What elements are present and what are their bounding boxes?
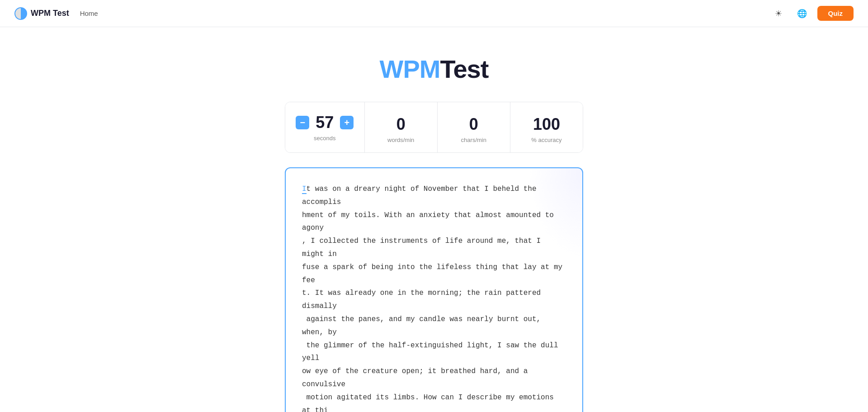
chars-per-min-card: 0 chars/min bbox=[438, 102, 510, 152]
timer-value: 57 bbox=[316, 113, 334, 132]
typing-text: It was on a dreary night of November tha… bbox=[302, 183, 566, 412]
timer-card: − 57 + seconds bbox=[285, 102, 365, 152]
navbar-left: WPM Test Home bbox=[14, 7, 98, 20]
chars-per-min-value: 0 bbox=[469, 115, 478, 134]
words-per-min-card: 0 words/min bbox=[365, 102, 438, 152]
words-per-min-label: words/min bbox=[387, 137, 414, 143]
navbar-right: ☀ 🌐 Quiz bbox=[770, 5, 854, 22]
timer-label: seconds bbox=[314, 135, 335, 142]
brand-logo[interactable]: WPM Test bbox=[14, 7, 69, 20]
stats-row: − 57 + seconds 0 words/min 0 chars/min 1… bbox=[285, 102, 583, 153]
cursor-position: I bbox=[302, 185, 307, 193]
timer-plus-button[interactable]: + bbox=[340, 116, 354, 129]
main-content: WPMTest − 57 + seconds 0 words/min 0 ch bbox=[0, 27, 868, 412]
brightness-icon: ☀ bbox=[775, 9, 782, 19]
globe-icon: 🌐 bbox=[797, 9, 807, 19]
timer-minus-button[interactable]: − bbox=[296, 116, 309, 129]
quiz-button[interactable]: Quiz bbox=[817, 6, 854, 21]
page-title: WPMTest bbox=[380, 54, 489, 84]
home-link[interactable]: Home bbox=[80, 9, 98, 17]
title-test: Test bbox=[440, 55, 488, 83]
typing-text-box[interactable]: It was on a dreary night of November tha… bbox=[285, 167, 583, 412]
words-per-min-value: 0 bbox=[396, 115, 406, 134]
accuracy-label: % accuracy bbox=[531, 137, 561, 143]
globe-button[interactable]: 🌐 bbox=[794, 5, 810, 22]
chars-per-min-label: chars/min bbox=[461, 137, 486, 143]
brand-icon bbox=[14, 7, 27, 20]
accuracy-value: 100 bbox=[533, 115, 560, 134]
accuracy-card: 100 % accuracy bbox=[510, 102, 583, 152]
brand-label: WPM Test bbox=[31, 9, 69, 18]
timer-controls: − 57 + bbox=[296, 113, 354, 132]
title-wpm: WPM bbox=[380, 55, 440, 83]
brightness-button[interactable]: ☀ bbox=[770, 5, 787, 22]
navbar: WPM Test Home ☀ 🌐 Quiz bbox=[0, 0, 868, 27]
